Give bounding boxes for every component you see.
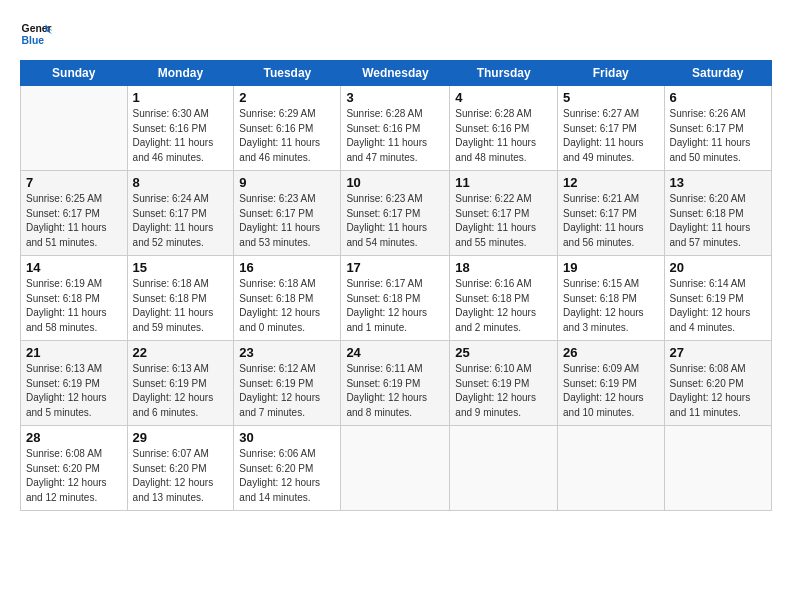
- day-number: 12: [563, 175, 659, 190]
- calendar-cell: 9Sunrise: 6:23 AM Sunset: 6:17 PM Daylig…: [234, 171, 341, 256]
- calendar-cell: 30Sunrise: 6:06 AM Sunset: 6:20 PM Dayli…: [234, 426, 341, 511]
- calendar-cell: 16Sunrise: 6:18 AM Sunset: 6:18 PM Dayli…: [234, 256, 341, 341]
- calendar-cell: 21Sunrise: 6:13 AM Sunset: 6:19 PM Dayli…: [21, 341, 128, 426]
- calendar-cell: 7Sunrise: 6:25 AM Sunset: 6:17 PM Daylig…: [21, 171, 128, 256]
- header: General Blue: [20, 18, 772, 50]
- calendar-cell: 10Sunrise: 6:23 AM Sunset: 6:17 PM Dayli…: [341, 171, 450, 256]
- calendar-table: SundayMondayTuesdayWednesdayThursdayFrid…: [20, 60, 772, 511]
- calendar-cell: 24Sunrise: 6:11 AM Sunset: 6:19 PM Dayli…: [341, 341, 450, 426]
- day-info: Sunrise: 6:20 AM Sunset: 6:18 PM Dayligh…: [670, 192, 766, 250]
- day-number: 9: [239, 175, 335, 190]
- week-row-5: 28Sunrise: 6:08 AM Sunset: 6:20 PM Dayli…: [21, 426, 772, 511]
- calendar-cell: [664, 426, 771, 511]
- day-info: Sunrise: 6:13 AM Sunset: 6:19 PM Dayligh…: [133, 362, 229, 420]
- calendar-cell: [21, 86, 128, 171]
- calendar-cell: 15Sunrise: 6:18 AM Sunset: 6:18 PM Dayli…: [127, 256, 234, 341]
- calendar-cell: 17Sunrise: 6:17 AM Sunset: 6:18 PM Dayli…: [341, 256, 450, 341]
- day-number: 3: [346, 90, 444, 105]
- day-number: 16: [239, 260, 335, 275]
- day-number: 6: [670, 90, 766, 105]
- weekday-header-tuesday: Tuesday: [234, 61, 341, 86]
- day-info: Sunrise: 6:22 AM Sunset: 6:17 PM Dayligh…: [455, 192, 552, 250]
- day-info: Sunrise: 6:15 AM Sunset: 6:18 PM Dayligh…: [563, 277, 659, 335]
- calendar-cell: 4Sunrise: 6:28 AM Sunset: 6:16 PM Daylig…: [450, 86, 558, 171]
- day-number: 14: [26, 260, 122, 275]
- week-row-1: 1Sunrise: 6:30 AM Sunset: 6:16 PM Daylig…: [21, 86, 772, 171]
- day-info: Sunrise: 6:07 AM Sunset: 6:20 PM Dayligh…: [133, 447, 229, 505]
- day-info: Sunrise: 6:23 AM Sunset: 6:17 PM Dayligh…: [239, 192, 335, 250]
- day-number: 29: [133, 430, 229, 445]
- calendar-cell: [450, 426, 558, 511]
- calendar-cell: 6Sunrise: 6:26 AM Sunset: 6:17 PM Daylig…: [664, 86, 771, 171]
- day-info: Sunrise: 6:06 AM Sunset: 6:20 PM Dayligh…: [239, 447, 335, 505]
- day-number: 7: [26, 175, 122, 190]
- day-number: 13: [670, 175, 766, 190]
- day-number: 17: [346, 260, 444, 275]
- calendar-cell: 11Sunrise: 6:22 AM Sunset: 6:17 PM Dayli…: [450, 171, 558, 256]
- day-info: Sunrise: 6:27 AM Sunset: 6:17 PM Dayligh…: [563, 107, 659, 165]
- day-info: Sunrise: 6:09 AM Sunset: 6:19 PM Dayligh…: [563, 362, 659, 420]
- day-number: 23: [239, 345, 335, 360]
- day-info: Sunrise: 6:08 AM Sunset: 6:20 PM Dayligh…: [26, 447, 122, 505]
- day-number: 30: [239, 430, 335, 445]
- calendar-cell: 2Sunrise: 6:29 AM Sunset: 6:16 PM Daylig…: [234, 86, 341, 171]
- week-row-2: 7Sunrise: 6:25 AM Sunset: 6:17 PM Daylig…: [21, 171, 772, 256]
- day-info: Sunrise: 6:28 AM Sunset: 6:16 PM Dayligh…: [455, 107, 552, 165]
- weekday-header-row: SundayMondayTuesdayWednesdayThursdayFrid…: [21, 61, 772, 86]
- day-info: Sunrise: 6:17 AM Sunset: 6:18 PM Dayligh…: [346, 277, 444, 335]
- day-info: Sunrise: 6:24 AM Sunset: 6:17 PM Dayligh…: [133, 192, 229, 250]
- day-info: Sunrise: 6:25 AM Sunset: 6:17 PM Dayligh…: [26, 192, 122, 250]
- calendar-cell: 22Sunrise: 6:13 AM Sunset: 6:19 PM Dayli…: [127, 341, 234, 426]
- day-number: 4: [455, 90, 552, 105]
- calendar-cell: 1Sunrise: 6:30 AM Sunset: 6:16 PM Daylig…: [127, 86, 234, 171]
- day-info: Sunrise: 6:10 AM Sunset: 6:19 PM Dayligh…: [455, 362, 552, 420]
- logo: General Blue: [20, 18, 52, 50]
- calendar-cell: 26Sunrise: 6:09 AM Sunset: 6:19 PM Dayli…: [558, 341, 665, 426]
- svg-text:General: General: [22, 23, 52, 34]
- day-number: 15: [133, 260, 229, 275]
- calendar-cell: 25Sunrise: 6:10 AM Sunset: 6:19 PM Dayli…: [450, 341, 558, 426]
- week-row-3: 14Sunrise: 6:19 AM Sunset: 6:18 PM Dayli…: [21, 256, 772, 341]
- day-info: Sunrise: 6:30 AM Sunset: 6:16 PM Dayligh…: [133, 107, 229, 165]
- day-info: Sunrise: 6:29 AM Sunset: 6:16 PM Dayligh…: [239, 107, 335, 165]
- day-number: 21: [26, 345, 122, 360]
- day-info: Sunrise: 6:11 AM Sunset: 6:19 PM Dayligh…: [346, 362, 444, 420]
- day-info: Sunrise: 6:19 AM Sunset: 6:18 PM Dayligh…: [26, 277, 122, 335]
- day-number: 19: [563, 260, 659, 275]
- day-number: 25: [455, 345, 552, 360]
- day-info: Sunrise: 6:18 AM Sunset: 6:18 PM Dayligh…: [133, 277, 229, 335]
- calendar-cell: 5Sunrise: 6:27 AM Sunset: 6:17 PM Daylig…: [558, 86, 665, 171]
- day-info: Sunrise: 6:21 AM Sunset: 6:17 PM Dayligh…: [563, 192, 659, 250]
- day-info: Sunrise: 6:26 AM Sunset: 6:17 PM Dayligh…: [670, 107, 766, 165]
- day-info: Sunrise: 6:14 AM Sunset: 6:19 PM Dayligh…: [670, 277, 766, 335]
- calendar-cell: 28Sunrise: 6:08 AM Sunset: 6:20 PM Dayli…: [21, 426, 128, 511]
- day-number: 28: [26, 430, 122, 445]
- calendar-cell: 27Sunrise: 6:08 AM Sunset: 6:20 PM Dayli…: [664, 341, 771, 426]
- calendar-cell: 19Sunrise: 6:15 AM Sunset: 6:18 PM Dayli…: [558, 256, 665, 341]
- day-number: 5: [563, 90, 659, 105]
- day-number: 2: [239, 90, 335, 105]
- day-number: 20: [670, 260, 766, 275]
- day-info: Sunrise: 6:28 AM Sunset: 6:16 PM Dayligh…: [346, 107, 444, 165]
- calendar-cell: [558, 426, 665, 511]
- day-number: 8: [133, 175, 229, 190]
- weekday-header-friday: Friday: [558, 61, 665, 86]
- logo-icon: General Blue: [20, 18, 52, 50]
- day-info: Sunrise: 6:13 AM Sunset: 6:19 PM Dayligh…: [26, 362, 122, 420]
- day-number: 1: [133, 90, 229, 105]
- calendar-cell: 20Sunrise: 6:14 AM Sunset: 6:19 PM Dayli…: [664, 256, 771, 341]
- day-number: 18: [455, 260, 552, 275]
- day-number: 10: [346, 175, 444, 190]
- calendar-cell: 13Sunrise: 6:20 AM Sunset: 6:18 PM Dayli…: [664, 171, 771, 256]
- calendar-cell: [341, 426, 450, 511]
- calendar-cell: 29Sunrise: 6:07 AM Sunset: 6:20 PM Dayli…: [127, 426, 234, 511]
- calendar-cell: 8Sunrise: 6:24 AM Sunset: 6:17 PM Daylig…: [127, 171, 234, 256]
- calendar-cell: 23Sunrise: 6:12 AM Sunset: 6:19 PM Dayli…: [234, 341, 341, 426]
- day-info: Sunrise: 6:16 AM Sunset: 6:18 PM Dayligh…: [455, 277, 552, 335]
- day-number: 24: [346, 345, 444, 360]
- weekday-header-sunday: Sunday: [21, 61, 128, 86]
- weekday-header-thursday: Thursday: [450, 61, 558, 86]
- calendar-cell: 3Sunrise: 6:28 AM Sunset: 6:16 PM Daylig…: [341, 86, 450, 171]
- day-info: Sunrise: 6:08 AM Sunset: 6:20 PM Dayligh…: [670, 362, 766, 420]
- weekday-header-wednesday: Wednesday: [341, 61, 450, 86]
